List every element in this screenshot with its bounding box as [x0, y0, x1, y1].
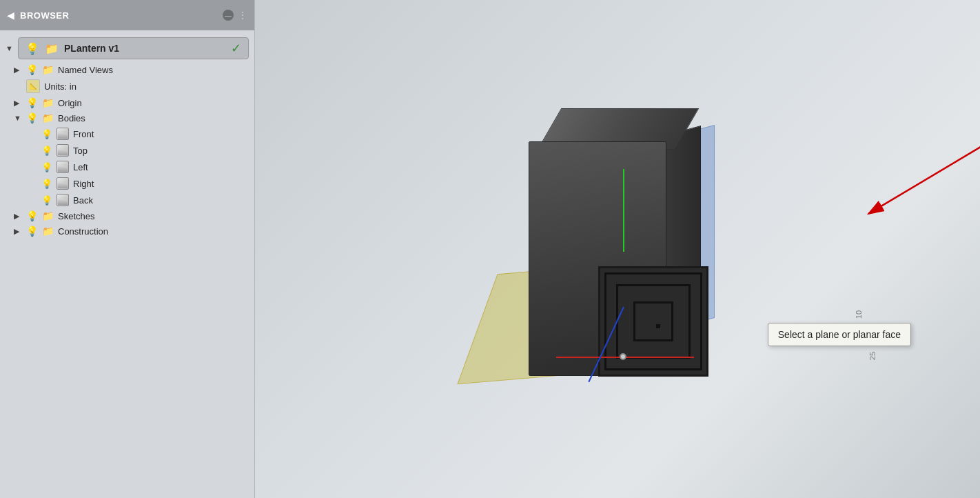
axis-center-dot — [620, 353, 626, 360]
root-collapse-arrow[interactable]: ▼ — [6, 44, 14, 52]
origin-label: Origin — [58, 98, 82, 108]
named-views-arrow[interactable]: ▶ — [14, 66, 22, 74]
box-body-face[interactable] — [529, 141, 666, 376]
body-back-icon — [57, 194, 69, 206]
root-label: PLantern v1 — [64, 43, 119, 54]
body-front-bulb: 💡 — [41, 129, 52, 139]
units-row: 📐 Units: in — [0, 77, 254, 95]
tree-area: ▼ 💡 📁 PLantern v1 ✓ ▶ 💡 📁 Named Views 📐 … — [0, 30, 254, 498]
body-front-item[interactable]: 💡 Front — [0, 126, 254, 142]
construction-bulb: 💡 — [26, 226, 38, 237]
units-label: Units: in — [44, 81, 76, 92]
maze-inner2 — [616, 284, 691, 359]
named-views-label: Named Views — [58, 65, 113, 75]
sketches-bulb: 💡 — [26, 210, 38, 221]
construction-label: Construction — [58, 226, 108, 237]
root-check-icon: ✓ — [231, 41, 241, 56]
annotation-arrow-1 — [868, 41, 980, 214]
body-back-item[interactable]: 💡 Back — [0, 192, 254, 208]
bodies-bulb: 💡 — [26, 112, 38, 123]
body-right-label: Right — [73, 179, 94, 189]
construction-folder: 📁 — [42, 226, 54, 237]
body-right-item[interactable]: 💡 Right — [0, 175, 254, 192]
dim-25-label: 25 — [868, 352, 877, 360]
body-back-label: Back — [73, 195, 93, 206]
maze-panel — [598, 266, 708, 377]
minimize-button[interactable]: — — [223, 10, 234, 21]
body-right-icon — [57, 177, 69, 190]
body-left-icon — [57, 161, 69, 173]
sketches-arrow[interactable]: ▶ — [14, 212, 22, 221]
sketches-folder: 📁 — [42, 210, 54, 221]
tooltip-text: Select a plane or planar face — [778, 329, 901, 340]
units-icon: 📐 — [26, 79, 40, 93]
browser-header: ◀ BROWSER — ⋮ — [0, 0, 254, 30]
body-left-item[interactable]: 💡 Left — [0, 159, 254, 175]
maze-inner3 — [633, 301, 673, 341]
construction-item[interactable]: ▶ 💡 📁 Construction — [0, 223, 254, 239]
collapse-browser-icon[interactable]: ◀ — [7, 10, 14, 21]
body-top-item[interactable]: 💡 Top — [0, 142, 254, 159]
body-front-label: Front — [73, 129, 94, 139]
browser-title: BROWSER — [20, 10, 217, 21]
dim-10-label: 10 — [855, 310, 863, 319]
body-top-bulb: 💡 — [41, 146, 52, 156]
root-folder-icon: 📁 — [45, 42, 59, 55]
origin-item[interactable]: ▶ 💡 📁 Origin — [0, 95, 254, 110]
origin-bulb: 💡 — [26, 97, 38, 108]
root-bulb-icon: 💡 — [25, 42, 39, 55]
select-plane-tooltip: Select a plane or planar face — [768, 323, 911, 346]
named-views-folder: 📁 — [42, 64, 54, 75]
body-top-icon — [57, 144, 69, 157]
tree-root-item[interactable]: ▼ 💡 📁 PLantern v1 ✓ — [0, 34, 254, 62]
body-back-bulb: 💡 — [41, 195, 52, 206]
bodies-arrow[interactable]: ▼ — [14, 114, 22, 122]
viewport[interactable]: 10 25 Select a plane or planar face — [255, 0, 980, 498]
body-top-label: Top — [73, 146, 88, 156]
body-right-bulb: 💡 — [41, 179, 52, 189]
sidebar: ◀ BROWSER — ⋮ ▼ 💡 📁 PLantern v1 ✓ ▶ 💡 📁 … — [0, 0, 255, 498]
root-label-box[interactable]: 💡 📁 PLantern v1 ✓ — [18, 37, 249, 59]
sketches-item[interactable]: ▶ 💡 📁 Sketches — [0, 208, 254, 223]
named-views-item[interactable]: ▶ 💡 📁 Named Views — [0, 62, 254, 77]
bodies-label: Bodies — [58, 113, 85, 123]
body-left-bulb: 💡 — [41, 162, 52, 172]
grip-icon: ⋮ — [238, 10, 247, 21]
origin-arrow[interactable]: ▶ — [14, 99, 22, 108]
browser-controls: — ⋮ — [223, 10, 247, 21]
sketches-label: Sketches — [58, 211, 94, 221]
origin-folder: 📁 — [42, 97, 54, 108]
bodies-item[interactable]: ▼ 💡 📁 Bodies — [0, 110, 254, 126]
body-left-label: Left — [73, 162, 88, 172]
named-views-bulb: 💡 — [26, 64, 38, 75]
construction-arrow[interactable]: ▶ — [14, 227, 22, 236]
maze-inner4 — [656, 324, 660, 328]
model-container — [473, 100, 735, 431]
bodies-folder: 📁 — [42, 112, 54, 123]
green-axis — [623, 169, 624, 252]
body-front-icon — [57, 128, 69, 140]
